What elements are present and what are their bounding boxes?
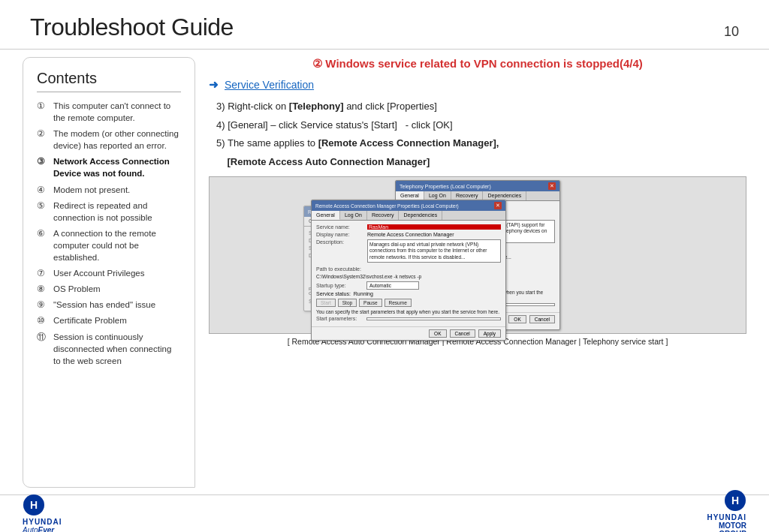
racm-status-val: Running bbox=[354, 291, 373, 296]
arrow-icon: ➜ bbox=[209, 78, 219, 92]
dialog-racm-front-title: Remote Access Connection Manager Propert… bbox=[312, 200, 505, 211]
list-text: Network Access Connection Device was not… bbox=[53, 155, 181, 179]
racm-front-startup-select[interactable]: Automatic bbox=[366, 281, 419, 290]
racm-front-startup: Startup type: Automatic bbox=[316, 281, 501, 290]
svg-text:H: H bbox=[30, 499, 38, 511]
dialog-overlay-container: Remote Access Connection Manager Propert… bbox=[300, 200, 506, 341]
step-3: 3) Right-click on [Telephony] and click … bbox=[216, 99, 746, 114]
dialog-racm-front: Remote Access Connection Manager Propert… bbox=[311, 200, 506, 341]
list-num: ① bbox=[37, 100, 49, 124]
racm-front-footer: OK Cancel Apply bbox=[312, 326, 505, 340]
logo-motorgroup: H HYUNDAI MOTOR GROUP bbox=[707, 489, 746, 532]
ok-btn[interactable]: OK bbox=[508, 315, 526, 323]
list-text: Redirect is repeated and connection is n… bbox=[53, 200, 181, 224]
sidebar-title: Contents bbox=[37, 70, 181, 92]
step-5a: 5) The same applies to [Remote Access Co… bbox=[216, 136, 746, 151]
sidebar-list: ① This computer can't connect to the rem… bbox=[37, 100, 181, 367]
racm-front-display: Display name: Remote Access Connection M… bbox=[316, 232, 501, 237]
tab-general-front[interactable]: General bbox=[312, 211, 340, 220]
racm-front-path-row: Path to executable: bbox=[316, 266, 501, 272]
list-text: User Account Privileges bbox=[53, 267, 181, 279]
page-header: Troubleshoot Guide 10 bbox=[0, 0, 769, 50]
racm-apply-btn[interactable]: Apply bbox=[478, 329, 501, 338]
sidebar: Contents ① This computer can't connect t… bbox=[23, 57, 195, 488]
list-num: ⑦ bbox=[37, 267, 49, 279]
tab-logon-front[interactable]: Log On bbox=[340, 211, 367, 220]
tab-recovery-front[interactable]: Recovery bbox=[367, 211, 400, 220]
racm-params-input[interactable] bbox=[366, 317, 501, 320]
list-item: ① This computer can't connect to the rem… bbox=[37, 100, 181, 124]
page-number: 10 bbox=[724, 24, 739, 41]
list-num: ⑨ bbox=[37, 299, 49, 311]
list-item: ⑤ Redirect is repeated and connection is… bbox=[37, 200, 181, 224]
racm-params-row: Start parameters: bbox=[316, 316, 501, 321]
page-title: Troubleshoot Guide bbox=[30, 14, 234, 41]
tab-deps-front[interactable]: Dependencies bbox=[399, 211, 442, 220]
list-item: ④ Modem not present. bbox=[37, 184, 181, 196]
dialog-telephony-close[interactable]: ✕ bbox=[548, 182, 556, 190]
list-item: ⑨ "Session has ended" issue bbox=[37, 299, 181, 311]
dialog-telephony-titlebar: Telephony Properties (Local Computer) ✕ bbox=[396, 181, 559, 191]
logo-motor-text: MOTOR bbox=[719, 521, 746, 530]
list-num: ⑩ bbox=[37, 314, 49, 326]
list-item: ② The modem (or other connecting device)… bbox=[37, 128, 181, 152]
list-item: ⑩ Certificate Problem bbox=[37, 314, 181, 326]
close-front[interactable]: ✕ bbox=[494, 202, 502, 209]
list-text: The modem (or other connecting device) h… bbox=[53, 128, 181, 152]
racm-start-btn[interactable]: Start bbox=[316, 299, 336, 307]
racm-ok-btn[interactable]: OK bbox=[429, 329, 446, 338]
dialog-telephony-title: Telephony Properties (Local Computer) bbox=[400, 184, 491, 189]
cancel-btn[interactable]: Cancel bbox=[529, 315, 555, 323]
hyundai-h-logo-left: H bbox=[23, 494, 45, 516]
screenshot-row: Telephony Properties (Local Computer) ✕ … bbox=[209, 176, 746, 334]
step-5b: [Remote Access Auto Connection Manager] bbox=[216, 155, 746, 170]
list-text: A connection to the remote computer coul… bbox=[53, 227, 181, 263]
section-title: ② Windows service related to VPN connect… bbox=[209, 57, 746, 71]
list-num: ③ bbox=[37, 155, 49, 179]
right-content: ② Windows service related to VPN connect… bbox=[209, 57, 746, 488]
logo-autoever: H HYUNDAI AutoEver bbox=[23, 494, 62, 533]
logo-hyundai-left-text: HYUNDAI bbox=[23, 518, 62, 526]
list-text: Modem not present. bbox=[53, 184, 181, 196]
list-num: ⑥ bbox=[37, 227, 49, 263]
list-num: ⑪ bbox=[37, 331, 49, 367]
list-num: ② bbox=[37, 128, 49, 152]
racm-front-svc: Service name: RasMan bbox=[316, 224, 501, 230]
racm-front-display-val: Remote Access Connection Manager bbox=[367, 232, 501, 237]
list-item-active: ③ Network Access Connection Device was n… bbox=[37, 155, 181, 179]
racm-front-desc: Description: Manages dial-up and virtual… bbox=[316, 239, 501, 264]
list-item: ⑦ User Account Privileges bbox=[37, 267, 181, 279]
logo-hyundai-right-text: HYUNDAI bbox=[707, 513, 746, 521]
list-text: This computer can't connect to the remot… bbox=[53, 100, 181, 124]
list-item: ⑥ A connection to the remote computer co… bbox=[37, 227, 181, 263]
racm-stop-btn[interactable]: Stop bbox=[338, 299, 357, 307]
racm-hint: You can specify the start parameters tha… bbox=[316, 309, 501, 314]
hyundai-h-logo-right: H bbox=[724, 489, 746, 512]
racm-resume-btn[interactable]: Resume bbox=[384, 299, 412, 307]
racm-front-path: C:\Windows\System32\svchost.exe -k netsv… bbox=[316, 274, 501, 279]
list-num: ⑤ bbox=[37, 200, 49, 224]
racm-front-desc-val: Manages dial-up and virtual private netw… bbox=[367, 239, 501, 263]
arrow-section: ➜ Service Verification bbox=[209, 78, 746, 92]
screenshot-area: Telephony Properties (Local Computer) ✕ … bbox=[209, 176, 746, 488]
racm-front-body: Service name: RasMan Display name: Remot… bbox=[312, 221, 505, 326]
list-text: Session is continuously disconnected whe… bbox=[53, 331, 181, 367]
racm-pause-btn[interactable]: Pause bbox=[359, 299, 381, 307]
list-item: ⑧ OS Problem bbox=[37, 283, 181, 295]
list-text: Certificate Problem bbox=[53, 314, 181, 326]
svg-text:H: H bbox=[731, 494, 739, 506]
racm-front-svc-val: RasMan bbox=[367, 224, 501, 230]
list-num: ④ bbox=[37, 184, 49, 196]
page-footer: H HYUNDAI AutoEver H HYUNDAI MOTOR GROUP bbox=[0, 494, 769, 532]
step-4: 4) [General] – click Service status's [S… bbox=[216, 118, 746, 133]
logo-autoever-sub: AutoEver bbox=[23, 526, 54, 533]
racm-front-status: Service status: Running bbox=[316, 291, 501, 296]
list-item: ⑪ Session is continuously disconnected w… bbox=[37, 331, 181, 367]
list-text: OS Problem bbox=[53, 283, 181, 295]
arrow-label: Service Verification bbox=[225, 79, 314, 91]
list-num: ⑧ bbox=[37, 283, 49, 295]
racm-front-tabs: General Log On Recovery Dependencies bbox=[312, 211, 505, 221]
steps-list: 3) Right-click on [Telephony] and click … bbox=[209, 99, 746, 169]
racm-cancel-btn[interactable]: Cancel bbox=[450, 329, 475, 338]
list-text: "Session has ended" issue bbox=[53, 299, 181, 311]
